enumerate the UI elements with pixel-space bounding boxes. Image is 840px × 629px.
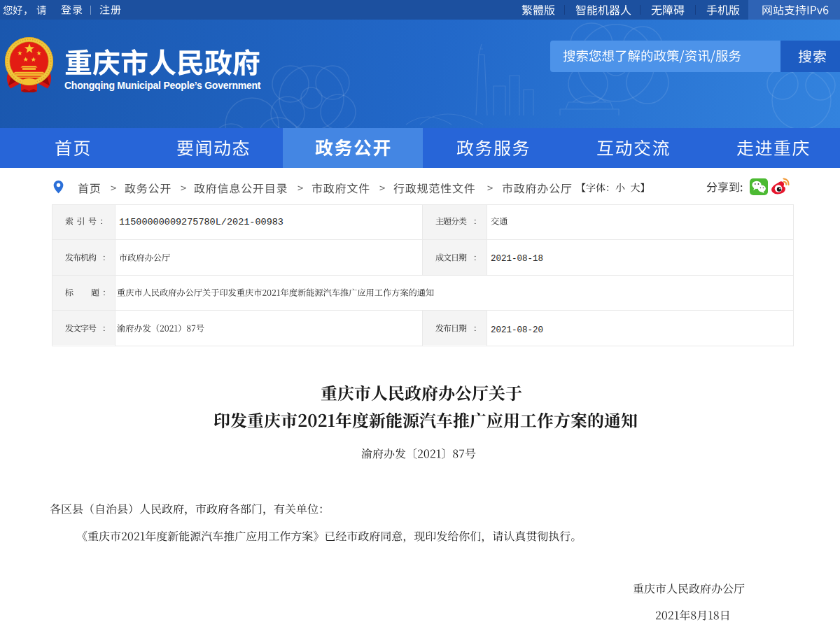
svg-text:2021-08-20: 2021-08-20 — [491, 325, 543, 334]
svg-text:11500000009275780L/2021-00983: 11500000009275780L/2021-00983 — [119, 217, 284, 227]
svg-text:2021-08-18: 2021-08-18 — [491, 254, 543, 264]
svg-text:Chongqing Municipal People’s G: Chongqing Municipal People’s Government — [64, 80, 261, 91]
